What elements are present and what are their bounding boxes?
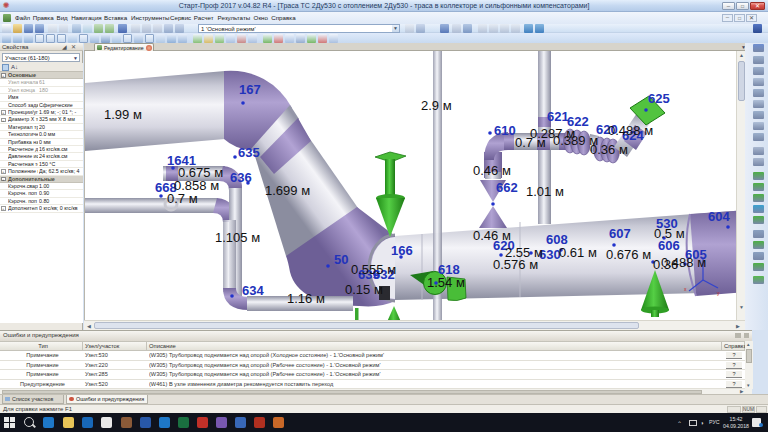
svg-text:2.9 м: 2.9 м (421, 98, 452, 113)
svg-text:0.576 м: 0.576 м (493, 257, 538, 272)
svg-text:0.36 м: 0.36 м (590, 142, 628, 157)
svg-text:1.16 м: 1.16 м (287, 291, 325, 306)
svg-text:0.46 м: 0.46 м (473, 228, 511, 243)
svg-text:0.36: 0.36 (653, 257, 678, 272)
svg-text:0.7 м: 0.7 м (167, 191, 198, 206)
svg-text:0.5 м: 0.5 м (654, 226, 685, 241)
svg-text:607: 607 (609, 226, 631, 241)
svg-text:635: 635 (238, 145, 260, 160)
svg-text:0.555 м: 0.555 м (351, 262, 396, 277)
svg-text:0.15 м: 0.15 м (345, 282, 383, 297)
svg-text:625: 625 (648, 91, 670, 106)
svg-text:0.488 м: 0.488 м (608, 123, 653, 138)
svg-text:636: 636 (230, 170, 252, 185)
svg-text:610: 610 (494, 123, 516, 138)
svg-text:166: 166 (391, 243, 413, 258)
svg-text:167: 167 (239, 82, 261, 97)
svg-text:0.676 м: 0.676 м (606, 247, 651, 262)
svg-text:50: 50 (334, 252, 348, 267)
svg-text:0.61 м: 0.61 м (559, 245, 597, 260)
svg-text:1.54 м: 1.54 м (427, 275, 465, 290)
svg-text:1.105 м: 1.105 м (215, 230, 260, 245)
svg-text:1.99 м: 1.99 м (104, 107, 142, 122)
svg-text:604: 604 (708, 209, 730, 224)
svg-text:634: 634 (242, 283, 264, 298)
svg-text:1.699 м: 1.699 м (265, 183, 310, 198)
svg-text:0.46 м: 0.46 м (473, 163, 511, 178)
svg-text:662: 662 (496, 180, 518, 195)
svg-text:1.01 м: 1.01 м (526, 184, 564, 199)
svg-text:621: 621 (547, 109, 569, 124)
